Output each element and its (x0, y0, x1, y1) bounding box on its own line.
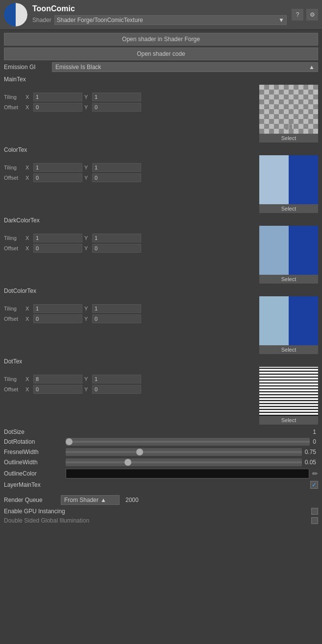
darkcolortex-title: DarkColorTex (4, 217, 318, 224)
dottex-row: Tiling X Y Offset X Y (4, 367, 318, 425)
colortex-preview (259, 155, 318, 204)
maintex-tiling-y[interactable] (92, 93, 141, 101)
outlinewidth-slider[interactable] (66, 458, 302, 466)
fresnelwidth-value: 0.75 (305, 449, 318, 455)
darkcolortex-controls: Tiling X Y Offset X Y (4, 226, 257, 284)
colortex-thumb: Select (259, 155, 318, 213)
maintex-preview (259, 85, 318, 134)
dotcolortex-tiling-x[interactable] (33, 304, 82, 313)
dottex-select-button[interactable]: Select (259, 416, 318, 425)
fresnelwidth-slider[interactable] (66, 448, 302, 456)
dotcolortex-offset-x[interactable] (33, 314, 82, 323)
layermaintex-row: LayerMainTex ✓ (4, 481, 318, 489)
colortex-row: Tiling X Y Offset X Y (4, 155, 318, 213)
colortex-offset-row: Offset X Y (4, 173, 257, 182)
maintex-select-button[interactable]: Select (259, 134, 318, 143)
darkcolortex-offset-y[interactable] (92, 244, 141, 253)
maintex-title: MainTex (4, 76, 318, 83)
header-actions: ? ⚙ (292, 9, 318, 21)
darkcolortex-section: DarkColorTex Tiling X Y Offset X Y (4, 217, 318, 284)
dottex-offset-x[interactable] (33, 385, 82, 394)
double-sided-label: Double Sided Global Illumination (4, 517, 89, 524)
dottex-offset-y[interactable] (92, 385, 141, 394)
dotcolortex-offset-y[interactable] (92, 314, 141, 323)
render-queue-number: 2000 (125, 497, 139, 503)
dotrotation-value: 0 (313, 438, 318, 445)
dotsize-row: DotSize 1 (4, 429, 318, 435)
settings-button[interactable]: ⚙ (306, 9, 318, 21)
help-button[interactable]: ? (292, 9, 303, 21)
maintex-thumb: Select (259, 85, 318, 143)
shader-dropdown[interactable]: Shader Forge/ToonComicTexture ▼ (54, 15, 287, 25)
dotrotation-row: DotRotation 0 (4, 438, 318, 446)
open-shader-code-button[interactable]: Open shader code (4, 48, 318, 60)
open-shader-forge-button[interactable]: Open shader in Shader Forge (4, 33, 318, 46)
dotsize-label: DotSize (4, 429, 63, 435)
render-queue-arrow-icon: ▲ (100, 497, 106, 503)
gpu-instancing-row: Enable GPU Instancing (4, 508, 318, 515)
darkcolortex-tiling-y[interactable] (92, 234, 141, 242)
dottex-tiling-x[interactable] (33, 375, 82, 383)
edit-icon[interactable]: ✏ (312, 470, 318, 477)
outlinecolor-swatch[interactable] (66, 469, 309, 478)
avatar (4, 3, 27, 26)
maintex-section: MainTex Tiling X Y Offset X Y (4, 76, 318, 143)
render-queue-dropdown[interactable]: From Shader ▲ (61, 495, 120, 505)
dotcolortex-tiling-row: Tiling X Y (4, 304, 257, 313)
emission-dropdown[interactable]: Emissive Is Black ▲ (52, 62, 318, 72)
fresnelwidth-label: FresnelWidth (4, 449, 63, 455)
fresnelwidth-row: FresnelWidth 0.75 (4, 448, 318, 456)
outlinewidth-value: 0.05 (305, 459, 318, 466)
main-content: Open shader in Shader Forge Open shader … (0, 30, 322, 529)
dotcolortex-preview (259, 296, 318, 345)
colortex-title: ColorTex (4, 146, 318, 153)
emission-value: Emissive Is Black (55, 64, 101, 71)
colortex-section: ColorTex Tiling X Y Offset X Y (4, 146, 318, 213)
render-queue-label: Render Queue (4, 497, 58, 503)
double-sided-checkbox[interactable] (311, 517, 318, 524)
colortex-offset-y[interactable] (92, 173, 141, 182)
dotcolortex-section: DotColorTex Tiling X Y Offset X Y (4, 287, 318, 354)
double-sided-row: Double Sided Global Illumination (4, 517, 318, 524)
maintex-controls: Tiling X Y Offset X Y (4, 85, 257, 143)
maintex-row: Tiling X Y Offset X Y (4, 85, 318, 143)
darkcolortex-tiling-x[interactable] (33, 234, 82, 242)
dotcolortex-offset-row: Offset X Y (4, 314, 257, 323)
layermaintex-checkbox[interactable]: ✓ (310, 481, 318, 489)
outlinecolor-row: OutlineColor ✏ (4, 469, 318, 478)
maintex-offset-row: Offset X Y (4, 103, 257, 112)
dotcolortex-select-button[interactable]: Select (259, 345, 318, 354)
colortex-tiling-y[interactable] (92, 163, 141, 172)
darkcolortex-offset-row: Offset X Y (4, 244, 257, 253)
dottex-controls: Tiling X Y Offset X Y (4, 367, 257, 425)
emission-label: Emission GI (4, 64, 48, 71)
darkcolortex-thumb: Select (259, 226, 318, 284)
dottex-thumb: Select (259, 367, 318, 425)
dottex-tiling-y[interactable] (92, 375, 141, 383)
dotcolortex-tiling-y[interactable] (92, 304, 141, 313)
gpu-instancing-checkbox[interactable] (311, 508, 318, 515)
dotrotation-slider[interactable] (66, 438, 310, 446)
render-queue-value: From Shader (64, 497, 99, 503)
colortex-tiling-x[interactable] (33, 163, 82, 172)
emission-row: Emission GI Emissive Is Black ▲ (4, 62, 318, 72)
offset-label: Offset (4, 104, 24, 110)
outlinewidth-row: OutlineWidth 0.05 (4, 458, 318, 466)
darkcolortex-select-button[interactable]: Select (259, 275, 318, 284)
darkcolortex-row: Tiling X Y Offset X Y (4, 226, 318, 284)
darkcolortex-offset-x[interactable] (33, 244, 82, 253)
shader-value: Shader Forge/ToonComicTexture (57, 17, 143, 24)
header: ToonComic Shader Shader Forge/ToonComicT… (0, 0, 322, 30)
emission-arrow-icon: ▲ (309, 64, 315, 71)
dotcolortex-title: DotColorTex (4, 287, 318, 294)
checkmark-icon: ✓ (312, 481, 317, 488)
dotcolortex-row: Tiling X Y Offset X Y (4, 296, 318, 354)
maintex-offset-x[interactable] (33, 103, 82, 112)
render-queue-row: Render Queue From Shader ▲ 2000 (4, 495, 318, 505)
maintex-tiling-x[interactable] (33, 93, 82, 101)
maintex-offset-y[interactable] (92, 103, 141, 112)
colortex-offset-x[interactable] (33, 173, 82, 182)
dottex-offset-row: Offset X Y (4, 385, 257, 394)
shader-arrow-icon: ▼ (278, 17, 284, 24)
colortex-select-button[interactable]: Select (259, 204, 318, 213)
